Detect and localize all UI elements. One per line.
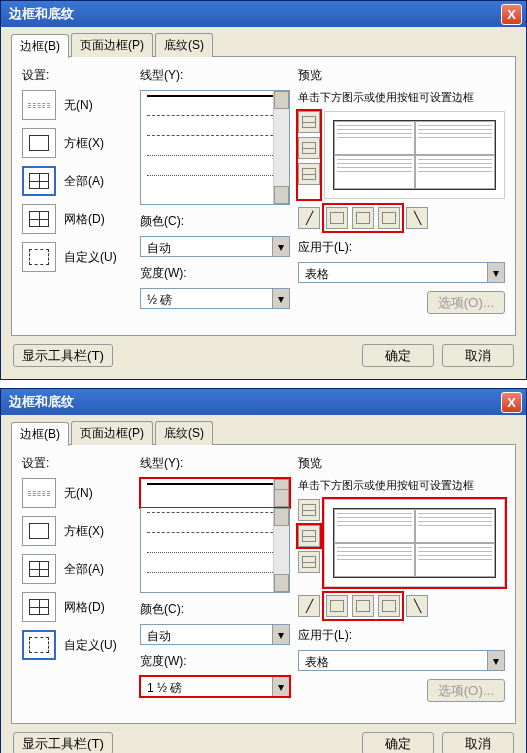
tab[interactable]: 底纹(S) (155, 421, 213, 445)
linestyle-list[interactable] (140, 90, 290, 205)
width-combo[interactable]: ½ 磅▾ (140, 288, 290, 309)
box-icon[interactable] (22, 516, 56, 546)
scrollbar[interactable] (273, 508, 289, 592)
color-label: 颜色(C): (140, 601, 290, 618)
border-toggle-button[interactable] (378, 595, 400, 617)
border-toggle-button[interactable] (298, 525, 320, 547)
preview-box[interactable] (324, 111, 505, 199)
setting-option[interactable]: 自定义(U) (22, 630, 132, 660)
applyto-label: 应用于(L): (298, 627, 505, 644)
preview-box[interactable] (324, 499, 505, 587)
tab[interactable]: 边框(B) (11, 34, 69, 58)
close-button[interactable]: X (501, 392, 522, 413)
applyto-combo[interactable]: 表格▾ (298, 650, 505, 671)
color-label: 颜色(C): (140, 213, 290, 230)
setting-option[interactable]: 网格(D) (22, 204, 132, 234)
none-icon[interactable] (22, 478, 56, 508)
dialog-title: 边框和底纹 (9, 393, 501, 411)
setting-option[interactable]: 方框(X) (22, 128, 132, 158)
grid-icon[interactable] (22, 592, 56, 622)
settings-label: 设置: (22, 67, 132, 84)
width-combo[interactable]: 1 ½ 磅▾ (140, 676, 290, 697)
cancel-button[interactable]: 取消 (442, 732, 514, 753)
diag-button[interactable]: ╲ (406, 595, 428, 617)
grid-icon[interactable] (22, 204, 56, 234)
close-button[interactable]: X (501, 4, 522, 25)
dialog-title: 边框和底纹 (9, 5, 501, 23)
scrollbar[interactable] (273, 479, 289, 507)
setting-option[interactable]: 自定义(U) (22, 242, 132, 272)
dropdown-arrow-icon[interactable]: ▾ (487, 263, 504, 282)
all-icon[interactable] (22, 166, 56, 196)
color-combo[interactable]: 自动▾ (140, 236, 290, 257)
color-value: 自动 (141, 625, 272, 644)
options-button: 选项(O)... (427, 679, 505, 702)
diag-button[interactable]: ╱ (298, 207, 320, 229)
cancel-button[interactable]: 取消 (442, 344, 514, 367)
scrollbar[interactable] (273, 91, 289, 204)
dropdown-arrow-icon[interactable]: ▾ (272, 677, 289, 696)
border-toggle-button[interactable] (298, 499, 320, 521)
settings-label: 设置: (22, 455, 132, 472)
titlebar: 边框和底纹X (1, 389, 526, 415)
show-toolbar-button[interactable]: 显示工具栏(T) (13, 732, 113, 753)
setting-option[interactable]: 无(N) (22, 90, 132, 120)
dropdown-arrow-icon[interactable]: ▾ (272, 237, 289, 256)
setting-label: 方框(X) (64, 135, 104, 152)
border-toggle-button[interactable] (326, 207, 348, 229)
titlebar: 边框和底纹X (1, 1, 526, 27)
border-toggle-button[interactable] (326, 595, 348, 617)
setting-option[interactable]: 方框(X) (22, 516, 132, 546)
dropdown-arrow-icon[interactable]: ▾ (272, 625, 289, 644)
preview-vbuttons (298, 111, 320, 199)
dropdown-arrow-icon[interactable]: ▾ (487, 651, 504, 670)
linestyle-list[interactable] (140, 478, 290, 508)
none-icon[interactable] (22, 90, 56, 120)
applyto-combo[interactable]: 表格▾ (298, 262, 505, 283)
linestyle-list-rest[interactable] (140, 508, 290, 593)
setting-label: 无(N) (64, 97, 93, 114)
setting-option[interactable]: 全部(A) (22, 554, 132, 584)
diag-button[interactable]: ╲ (406, 207, 428, 229)
border-toggle-button[interactable] (298, 137, 320, 159)
width-value: 1 ½ 磅 (141, 677, 272, 696)
width-label: 宽度(W): (140, 653, 290, 670)
setting-label: 自定义(U) (64, 249, 117, 266)
setting-option[interactable]: 无(N) (22, 478, 132, 508)
diag-button[interactable]: ╱ (298, 595, 320, 617)
dropdown-arrow-icon[interactable]: ▾ (272, 289, 289, 308)
setting-option[interactable]: 网格(D) (22, 592, 132, 622)
preview-vbuttons (298, 499, 320, 587)
color-value: 自动 (141, 237, 272, 256)
setting-label: 全部(A) (64, 561, 104, 578)
all-icon[interactable] (22, 554, 56, 584)
custom-icon[interactable] (22, 242, 56, 272)
border-toggle-button[interactable] (378, 207, 400, 229)
tab[interactable]: 页面边框(P) (71, 421, 153, 445)
border-toggle-button[interactable] (298, 163, 320, 185)
border-toggle-button[interactable] (298, 111, 320, 133)
box-icon[interactable] (22, 128, 56, 158)
width-value: ½ 磅 (141, 289, 272, 308)
custom-icon[interactable] (22, 630, 56, 660)
applyto-value: 表格 (299, 651, 487, 670)
setting-label: 网格(D) (64, 599, 105, 616)
show-toolbar-button[interactable]: 显示工具栏(T) (13, 344, 113, 367)
preview-label: 预览 (298, 67, 505, 84)
setting-label: 自定义(U) (64, 637, 117, 654)
border-toggle-button[interactable] (352, 207, 374, 229)
border-toggle-button[interactable] (298, 551, 320, 573)
color-combo[interactable]: 自动▾ (140, 624, 290, 645)
ok-button[interactable]: 确定 (362, 344, 434, 367)
tab[interactable]: 底纹(S) (155, 33, 213, 57)
setting-label: 网格(D) (64, 211, 105, 228)
tab[interactable]: 页面边框(P) (71, 33, 153, 57)
setting-option[interactable]: 全部(A) (22, 166, 132, 196)
preview-hint: 单击下方图示或使用按钮可设置边框 (298, 478, 505, 493)
setting-label: 全部(A) (64, 173, 104, 190)
tab[interactable]: 边框(B) (11, 422, 69, 446)
applyto-label: 应用于(L): (298, 239, 505, 256)
ok-button[interactable]: 确定 (362, 732, 434, 753)
border-toggle-button[interactable] (352, 595, 374, 617)
setting-label: 方框(X) (64, 523, 104, 540)
